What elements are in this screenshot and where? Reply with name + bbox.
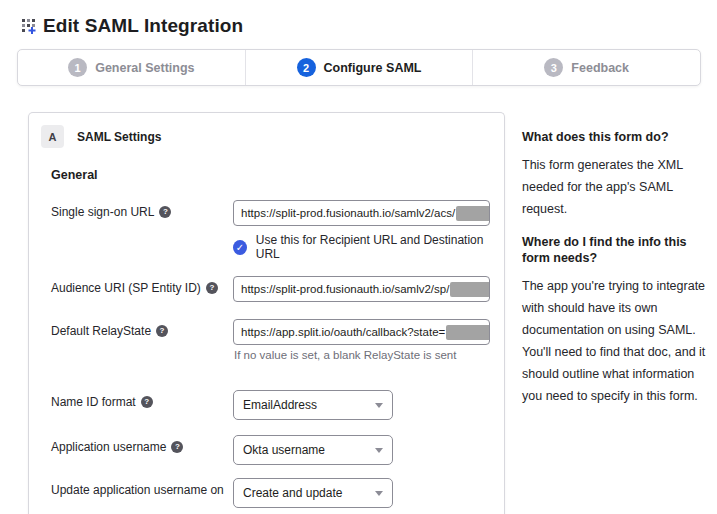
field-label-cell: Name ID format ? <box>41 390 233 409</box>
step-label: General Settings <box>95 61 194 75</box>
section-header: A SAML Settings <box>41 125 488 148</box>
sso-url-input[interactable]: https://split-prod.fusionauth.io/samlv2/… <box>233 200 490 226</box>
update-username-value: Create and update <box>243 486 342 500</box>
question-mark-circle-icon[interactable]: ? <box>141 396 153 408</box>
edit-saml-integration-page: Edit SAML Integration 1 General Settings… <box>0 0 717 514</box>
update-username-label: Update application username on <box>51 483 224 497</box>
step-label: Feedback <box>571 61 629 75</box>
section-title: SAML Settings <box>77 130 161 144</box>
step-label: Configure SAML <box>324 61 422 75</box>
page-title: Edit SAML Integration <box>43 15 243 37</box>
name-id-format-select[interactable]: EmailAddress <box>233 390 393 420</box>
relay-state-value: https://app.split.io/oauth/callback?stat… <box>241 326 445 338</box>
field-row-sso-url: Single sign-on URL ? https://split-prod.… <box>41 200 488 261</box>
chevron-down-icon <box>375 403 383 408</box>
field-label-cell: Update application username on <box>41 478 233 497</box>
field-row-audience-uri: Audience URI (SP Entity ID) ? https://sp… <box>41 276 488 302</box>
relay-state-input[interactable]: https://app.split.io/oauth/callback?stat… <box>233 319 490 345</box>
field-row-app-username: Application username ? Okta username <box>41 435 488 465</box>
field-row-relay-state: Default RelayState ? https://app.split.i… <box>41 319 488 361</box>
step-number-badge: 3 <box>544 58 563 77</box>
field-control: https://app.split.io/oauth/callback?stat… <box>233 319 490 361</box>
audience-uri-input[interactable]: https://split-prod.fusionauth.io/samlv2/… <box>233 276 490 302</box>
step-feedback[interactable]: 3 Feedback <box>472 50 700 85</box>
field-control: https://split-prod.fusionauth.io/samlv2/… <box>233 200 490 261</box>
sso-url-label: Single sign-on URL <box>51 205 154 219</box>
redacted-value <box>456 206 490 221</box>
question-mark-circle-icon[interactable]: ? <box>159 206 171 218</box>
question-mark-circle-icon[interactable]: ? <box>206 282 218 294</box>
step-number-badge: 1 <box>68 58 87 77</box>
recipient-url-checkbox-row: ✓ Use this for Recipient URL and Destina… <box>233 233 490 261</box>
field-control: EmailAddress <box>233 390 488 420</box>
question-mark-circle-icon[interactable]: ? <box>171 441 183 453</box>
step-general-settings[interactable]: 1 General Settings <box>18 50 245 85</box>
checkmark-icon[interactable]: ✓ <box>233 240 247 255</box>
saml-settings-card: A SAML Settings General Single sign-on U… <box>28 112 505 514</box>
app-username-label: Application username <box>51 440 166 454</box>
name-id-format-value: EmailAddress <box>243 398 317 412</box>
app-grid-plus-icon <box>22 18 38 34</box>
redacted-value <box>450 282 490 297</box>
page-header: Edit SAML Integration <box>0 0 717 37</box>
relay-state-label: Default RelayState <box>51 324 151 338</box>
help-answer-1: This form generates the XML needed for t… <box>522 154 717 220</box>
field-label-cell: Default RelayState ? <box>41 319 233 338</box>
relay-state-hint: If no value is set, a blank RelayState i… <box>234 349 490 361</box>
step-configure-saml[interactable]: 2 Configure SAML <box>245 50 473 85</box>
redacted-value <box>446 325 490 340</box>
app-username-select[interactable]: Okta username <box>233 435 393 465</box>
help-panel: What does this form do? This form genera… <box>522 112 717 421</box>
field-control: Create and update <box>233 478 488 508</box>
step-number-badge: 2 <box>297 58 316 77</box>
audience-uri-value: https://split-prod.fusionauth.io/samlv2/… <box>241 283 449 295</box>
app-username-value: Okta username <box>243 443 325 457</box>
group-title-general: General <box>51 168 488 182</box>
update-username-select[interactable]: Create and update <box>233 478 393 508</box>
question-mark-circle-icon[interactable]: ? <box>156 325 168 337</box>
help-answer-2: The app you're trying to integrate with … <box>522 275 717 407</box>
field-label-cell: Application username ? <box>41 435 233 454</box>
field-label-cell: Single sign-on URL ? <box>41 200 233 219</box>
field-row-name-id-format: Name ID format ? EmailAddress <box>41 390 488 420</box>
field-control: Okta username <box>233 435 488 465</box>
help-question-1: What does this form do? <box>522 129 717 145</box>
section-letter-badge: A <box>41 125 64 148</box>
help-question-2: Where do I find the info this form needs… <box>522 234 717 266</box>
audience-uri-label: Audience URI (SP Entity ID) <box>51 281 201 295</box>
field-row-update-username: Update application username on Create an… <box>41 478 488 508</box>
field-label-cell: Audience URI (SP Entity ID) ? <box>41 276 233 295</box>
content-area: A SAML Settings General Single sign-on U… <box>0 112 717 514</box>
chevron-down-icon <box>375 491 383 496</box>
field-control: https://split-prod.fusionauth.io/samlv2/… <box>233 276 490 302</box>
wizard-stepper: 1 General Settings 2 Configure SAML 3 Fe… <box>17 49 701 86</box>
sso-url-value: https://split-prod.fusionauth.io/samlv2/… <box>241 207 455 219</box>
name-id-format-label: Name ID format <box>51 395 136 409</box>
recipient-url-checkbox-label: Use this for Recipient URL and Destinati… <box>256 233 490 261</box>
chevron-down-icon <box>375 448 383 453</box>
